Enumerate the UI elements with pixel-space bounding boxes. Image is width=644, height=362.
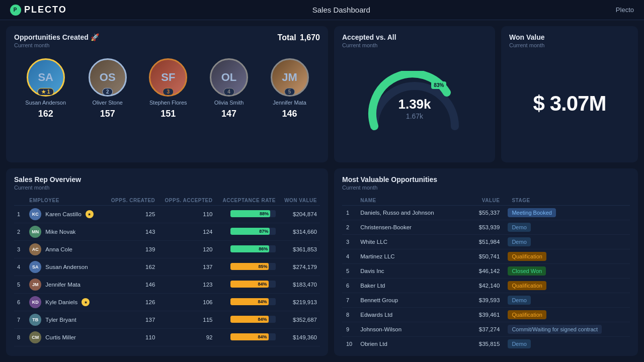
avatar: KC [29,208,41,220]
row-opps-accepted: 124 [158,223,215,241]
mv-row-stage: Qualification [504,308,630,322]
sales-table-header: EMPLOYEE OPPS. CREATED OPPS. ACCEPTED AC… [14,196,320,206]
avatar: AC [29,243,41,255]
won-subtitle: Current month [509,42,630,48]
row-rate: 88% [216,206,279,223]
progress-bar: 84% [230,316,269,323]
mv-row-stage: Meeting Booked [504,206,630,220]
row-employee: JM Jennifer Mata [26,276,105,294]
stage-badge: Qualification [508,252,546,261]
top-row: Opportunities Created 🚀 Current month To… [0,20,644,168]
row-employee: KC Karen Castillo ★ [26,206,105,223]
mv-row-rank: 2 [342,220,356,235]
mv-row-stage: Demo [504,235,630,249]
mv-col-value: VALUE [468,196,504,206]
opp-subtitle: Current month [14,42,99,48]
gauge-value: 1.39k [398,97,431,112]
progress-bar: 84% [230,333,269,340]
mv-row-value: $53,939 [468,220,504,235]
row-opps-created: 125 [105,206,158,223]
stage-badge: Demo [508,296,530,305]
stage-badge: Qualification [508,310,546,319]
mv-row-rank: 4 [342,249,356,264]
mv-row-name: Johnson-Wilson [356,322,468,337]
row-employee: KD Kyle Daniels ★ [26,294,105,311]
row-won: $149,360 [279,329,320,346]
row-opps-accepted: 137 [158,258,215,276]
row-rate: 85% [216,258,279,276]
table-row: 7 Bennett Group $39,593 Demo [342,293,630,308]
table-row: 3 White LLC $51,984 Demo [342,235,630,249]
row-opps-created: 151 [105,346,158,349]
page-title: Sales Dashboard [312,6,370,14]
row-opps-created: 137 [105,311,158,329]
gauge-container: 1.39k 1.67k 83% [342,53,487,154]
row-rank: 9 [14,346,26,349]
logo-icon: P [10,5,21,16]
row-opps-created: 110 [105,329,158,346]
gauge-center: 1.39k 1.67k [398,97,431,120]
stage-badge: Qualification [508,281,546,290]
mv-row-value: $42,140 [468,279,504,293]
mv-row-name: Daniels, Russo and Johnson [356,206,468,220]
avatar: MN [29,226,41,238]
row-won: $274,179 [279,258,320,276]
rep-item-4: JM5Jennifer Mata146 [271,58,309,119]
mv-row-name: White LLC [356,235,468,249]
progress-bar: 84% [230,281,269,288]
mv-col-name: NAME [356,196,468,206]
mv-row-stage: Qualification [504,249,630,264]
table-row: 1 Daniels, Russo and Johnson $55,337 Mee… [342,206,630,220]
accepted-title: Accepted vs. All [342,33,487,41]
row-rate: 86% [216,241,279,258]
mv-row-name: Obrien Ltd [356,337,468,349]
progress-bar: 87% [230,228,270,235]
row-rank: 7 [14,311,26,329]
accepted-subtitle: Current month [342,42,487,48]
bottom-row: Sales Rep Overview Current month EMPLOYE… [0,168,644,362]
mv-row-name: Edwards Ltd [356,308,468,322]
logo-text: PLECTO [24,5,67,15]
mv-row-rank: 9 [342,322,356,337]
mv-row-value: $39,461 [468,308,504,322]
row-employee: CM Curtis Miller [26,329,105,346]
stage-badge: Demo [508,237,530,246]
won-value-display: $ 3.07M [509,53,630,154]
row-opps-accepted: 115 [158,311,215,329]
sales-table-body: 1 KC Karen Castillo ★ 125 110 88% $204,8… [14,206,320,349]
mv-row-stage: Qualification [504,279,630,293]
most-valuable-table: NAME VALUE STAGE 1 Daniels, Russo and Jo… [342,196,630,349]
won-title: Won Value [509,33,630,41]
table-row: 2 MN Mike Novak 143 124 87% $314,660 [14,223,320,241]
mv-row-stage: Demo [504,337,630,349]
rep-item-3: OL4Olivia Smith147 [210,58,248,119]
most-valuable-table-scroll[interactable]: NAME VALUE STAGE 1 Daniels, Russo and Jo… [342,196,630,349]
mv-row-stage: Closed Won [504,264,630,279]
mv-table-header: NAME VALUE STAGE [342,196,630,206]
table-row: 6 KD Kyle Daniels ★ 126 106 84% $219,913 [14,294,320,311]
mv-table-body: 1 Daniels, Russo and Johnson $55,337 Mee… [342,206,630,349]
stage-badge: Closed Won [508,266,546,276]
sales-rep-table-scroll[interactable]: EMPLOYEE OPPS. CREATED OPPS. ACCEPTED AC… [14,196,320,349]
rep-item-2: SF3Stephen Flores151 [149,58,187,119]
progress-bar: 84% [230,298,269,305]
row-opps-accepted: 126 [158,346,215,349]
table-row: 4 SA Susan Anderson 162 137 85% $274,179 [14,258,320,276]
table-row: 2 Christensen-Booker $53,939 Demo [342,220,630,235]
sales-rep-subtitle: Current month [14,185,320,191]
avatar: CM [29,331,41,343]
stage-badge: Commit/Waiting for signed contract [508,325,602,334]
mv-row-value: $35,815 [468,337,504,349]
row-opps-created: 143 [105,223,158,241]
row-rate: 84% [216,311,279,329]
sales-rep-table: EMPLOYEE OPPS. CREATED OPPS. ACCEPTED AC… [14,196,320,349]
col-employee: EMPLOYEE [26,196,105,206]
table-row: 10 Obrien Ltd $35,815 Demo [342,337,630,349]
mv-row-name: Christensen-Booker [356,220,468,235]
mv-row-value: $39,593 [468,293,504,308]
opportunities-created-card: Opportunities Created 🚀 Current month To… [6,26,328,162]
table-row: 7 TB Tyler Bryant 137 115 84% $352,687 [14,311,320,329]
avatar: KD [29,296,41,308]
col-opps-accepted: OPPS. ACCEPTED [158,196,215,206]
table-row: 1 KC Karen Castillo ★ 125 110 88% $204,8… [14,206,320,223]
